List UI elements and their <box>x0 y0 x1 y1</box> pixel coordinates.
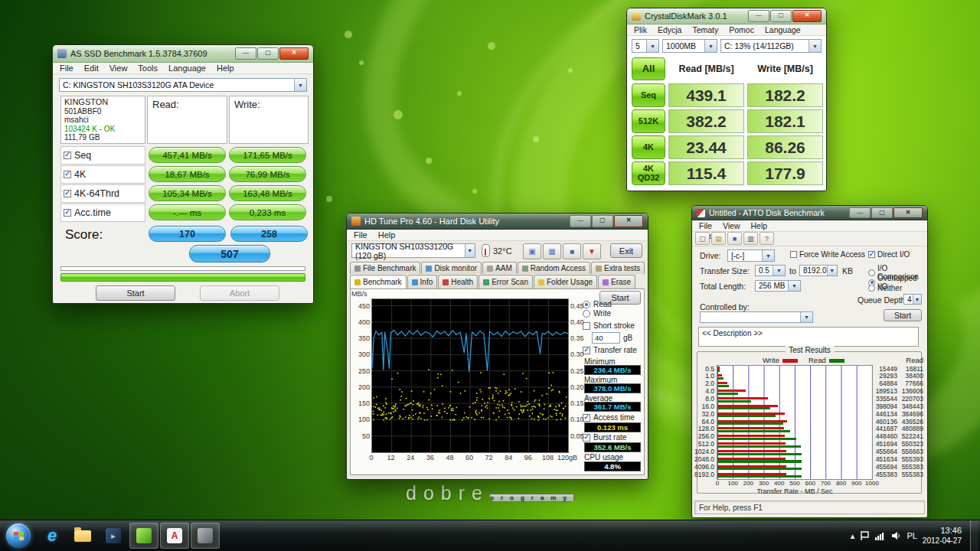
taskbar-windows-explorer[interactable] <box>68 523 97 549</box>
menu-help[interactable]: Help <box>373 230 401 240</box>
menu-help[interactable]: Help <box>211 63 240 73</box>
menu-tematy[interactable]: Tematy <box>687 24 724 35</box>
tab-disk-monitor[interactable]: Disk monitor <box>421 262 482 274</box>
close-button[interactable]: ✕ <box>614 215 643 227</box>
checkbox-checked-icon[interactable]: ✓ <box>64 171 71 178</box>
maximize-button[interactable]: ▢ <box>592 215 613 227</box>
tab-benchmark[interactable]: Benchmark <box>350 275 407 289</box>
start-button[interactable] <box>6 523 31 548</box>
minimize-button[interactable]: — <box>748 10 769 22</box>
help-icon[interactable]: ? <box>760 232 774 245</box>
menu-language[interactable]: Language <box>760 24 806 35</box>
description-box[interactable]: << Description >> <box>698 327 919 347</box>
exit-button[interactable]: Exit <box>610 243 642 258</box>
transfer-rate-checkbox[interactable]: ✓Transfer rate <box>583 346 637 354</box>
network-icon[interactable] <box>875 531 886 540</box>
force-write-checkbox[interactable]: Force Write Access <box>790 250 865 259</box>
test-count-select[interactable]: 5 ▼ <box>632 39 659 53</box>
direct-io-checkbox[interactable]: ✓Direct I/O <box>868 250 910 259</box>
menu-plik[interactable]: Plik <box>629 24 652 35</box>
queue-depth-select[interactable]: 4▼ <box>903 294 922 305</box>
checkbox-checked-icon[interactable]: ✓ <box>64 190 71 197</box>
taskbar-internet-explorer[interactable]: e <box>38 523 67 549</box>
save-icon[interactable]: ■ <box>563 243 581 259</box>
menu-help[interactable]: Help <box>746 220 773 231</box>
atto-titlebar[interactable]: Untitled - ATTO Disk Benchmark — ▢ ✕ <box>692 206 927 220</box>
tab-aam[interactable]: AAM <box>482 262 517 274</box>
tab-extra-tests[interactable]: Extra tests <box>591 262 645 274</box>
volume-icon[interactable] <box>891 531 901 540</box>
cdm-test-button[interactable]: 4K QD32 <box>632 161 665 185</box>
language-indicator[interactable]: PL <box>906 531 916 540</box>
drive-select[interactable]: [-c-] ▼ <box>727 249 775 262</box>
menu-view[interactable]: View <box>104 63 133 73</box>
tab-info[interactable]: Info <box>407 275 438 289</box>
as-ssd-titlebar[interactable]: AS SSD Benchmark 1.5.3784.37609 — ▢ ✕ <box>53 45 313 63</box>
save-icon[interactable]: ■ <box>727 232 742 245</box>
target-drive-select[interactable]: C: 13% (14/112GB) ▼ <box>720 39 822 53</box>
tab-health[interactable]: Health <box>438 275 478 289</box>
minimize-button[interactable]: — <box>570 215 591 227</box>
write-value: 441687 <box>873 425 897 432</box>
print-icon[interactable]: ▥ <box>743 232 758 245</box>
size-from-select[interactable]: 0.5▼ <box>755 265 786 276</box>
taskbar-system-app[interactable] <box>191 523 220 549</box>
checkbox-checked-icon[interactable]: ✓ <box>64 209 71 217</box>
minimize-button[interactable]: — <box>849 207 871 218</box>
all-tests-button[interactable]: All <box>632 57 665 80</box>
menu-tools[interactable]: Tools <box>132 63 163 73</box>
drive-select[interactable]: C: KINGSTON SH103S3120G ATA Device ▼ <box>59 78 307 92</box>
menu-pomoc[interactable]: Pomoc <box>724 24 760 35</box>
menu-file[interactable]: File <box>348 230 373 240</box>
action-center-icon[interactable] <box>860 531 870 540</box>
menu-edit[interactable]: Edit <box>79 63 104 73</box>
start-button[interactable]: Start <box>96 285 175 301</box>
abort-button[interactable]: Abort <box>200 285 279 301</box>
total-length-select[interactable]: 256 MB▼ <box>755 280 801 292</box>
copy-screenshot-icon[interactable]: ▣ <box>523 243 541 259</box>
tab-error-scan[interactable]: Error Scan <box>479 275 533 289</box>
maximize-button[interactable]: ▢ <box>770 10 792 22</box>
short-stroke-field[interactable]: 40 gB <box>592 332 632 344</box>
open-file-icon[interactable]: ▤ <box>711 232 726 245</box>
access-time-checkbox[interactable]: ✓Access time <box>583 413 635 422</box>
tab-file-benchmark[interactable]: File Benchmark <box>350 262 420 274</box>
menu-view[interactable]: View <box>717 220 746 231</box>
new-file-icon[interactable]: ▢ <box>695 232 710 245</box>
cdm-test-button[interactable]: 4K <box>632 135 665 159</box>
controlled-by-select[interactable]: ▼ <box>700 311 813 323</box>
menu-edycja[interactable]: Edycja <box>652 24 688 35</box>
taskbar-green-app[interactable] <box>129 523 158 549</box>
close-button[interactable]: ✕ <box>279 47 309 60</box>
minimize-button[interactable]: — <box>235 47 256 60</box>
save-screenshot-icon[interactable]: ▦ <box>543 243 561 259</box>
close-button[interactable]: ✕ <box>792 10 822 22</box>
hidden-icons-button[interactable]: ▴ <box>851 531 855 541</box>
short-stroke-checkbox[interactable]: Short stroke <box>583 321 635 330</box>
cdm-test-button[interactable]: 512K <box>632 109 665 133</box>
taskbar-atto[interactable]: A <box>160 523 189 549</box>
menu-language[interactable]: Language <box>163 63 211 73</box>
menu-file[interactable]: File <box>694 220 717 231</box>
hdtune-titlebar[interactable]: HD Tune Pro 4.60 - Hard Disk Utility — ▢… <box>347 214 648 230</box>
tab-erase[interactable]: Erase <box>598 275 635 289</box>
tab-folder-usage[interactable]: Folder Usage <box>534 275 597 289</box>
size-to-select[interactable]: 8192.0▼ <box>799 265 838 276</box>
close-button[interactable]: ✕ <box>893 207 923 218</box>
write-radio[interactable]: Write <box>583 309 611 318</box>
maximize-button[interactable]: ▢ <box>871 207 893 218</box>
tab-random-access[interactable]: Random Access <box>518 262 590 274</box>
taskbar-media-app[interactable]: ▸ <box>99 523 128 549</box>
show-desktop-button[interactable] <box>970 520 978 551</box>
checkbox-checked-icon[interactable]: ✓ <box>64 152 71 159</box>
cdm-test-button[interactable]: Seq <box>632 83 665 107</box>
test-size-select[interactable]: 1000MB ▼ <box>662 39 717 53</box>
neither-radio[interactable]: Neither <box>868 284 902 292</box>
download-icon[interactable]: ▼ <box>583 243 601 259</box>
maximize-button[interactable]: ▢ <box>257 47 279 60</box>
start-button[interactable]: Start <box>884 309 922 321</box>
cdm-titlebar[interactable]: CrystalDiskMark 3.0.1 — ▢ ✕ <box>627 8 826 24</box>
clock[interactable]: 13:46 2012-04-27 <box>923 526 965 546</box>
menu-file[interactable]: File <box>54 63 79 73</box>
drive-select[interactable]: KINGSTON SH103S3120G (120 gB) ▼ <box>351 243 475 258</box>
